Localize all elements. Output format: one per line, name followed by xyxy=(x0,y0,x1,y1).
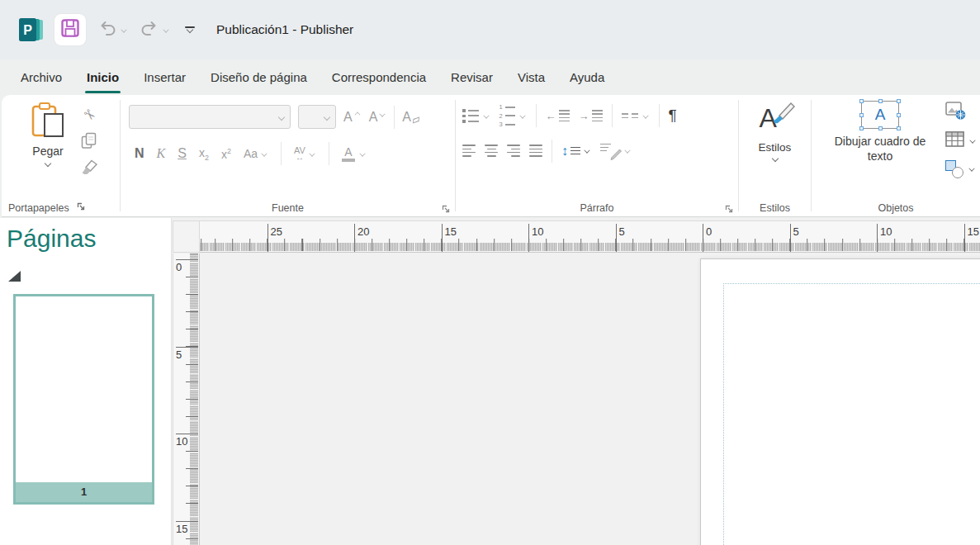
change-case-label: Aa xyxy=(244,147,258,160)
workspace: 252015105051015 051015 xyxy=(172,218,980,545)
grow-font-label: A xyxy=(343,111,353,124)
chevron-down-icon xyxy=(969,138,977,145)
h-ruler-label: 5 xyxy=(616,224,625,252)
italic-button[interactable]: K xyxy=(157,146,166,161)
tab-vista[interactable]: Vista xyxy=(505,59,557,95)
tab-insertar[interactable]: Insertar xyxy=(131,59,198,95)
columns-button[interactable] xyxy=(622,112,650,120)
ribbon-tabs: ArchivoInicioInsertarDiseño de páginaCor… xyxy=(0,59,980,95)
tab-ayuda[interactable]: Ayuda xyxy=(557,59,617,95)
shapes-button[interactable] xyxy=(945,159,977,179)
publisher-logo-icon: P xyxy=(17,15,46,45)
tab-diseño-de-página[interactable]: Diseño de página xyxy=(198,59,320,95)
character-spacing-button[interactable]: AV ↔ xyxy=(294,146,316,162)
thumbnail-page xyxy=(16,296,152,482)
subscript-label: x xyxy=(199,146,205,159)
clipboard-group-footer: Portapapeles xyxy=(8,201,86,214)
ribbon: Pegar ✂ xyxy=(0,95,980,218)
superscript-button[interactable]: x2 xyxy=(221,147,231,161)
customize-quick-access-button[interactable] xyxy=(185,26,195,34)
shrink-font-button[interactable]: A xyxy=(369,111,387,124)
save-button[interactable] xyxy=(54,14,86,45)
table-button[interactable] xyxy=(945,130,977,151)
chevron-down-icon xyxy=(624,148,632,154)
copy-button[interactable] xyxy=(78,131,101,153)
v-ruler-labels: 051015 xyxy=(173,254,199,545)
clear-formatting-button[interactable]: A xyxy=(402,111,419,124)
font-size-select[interactable] xyxy=(298,105,336,129)
redo-button[interactable] xyxy=(140,20,170,40)
font-dialog-launcher[interactable] xyxy=(441,202,451,212)
h-ruler-label: 10 xyxy=(877,224,892,252)
chevron-down-icon xyxy=(771,155,779,163)
chevron-down-icon xyxy=(518,112,526,119)
bullets-icon xyxy=(462,109,479,123)
bold-button[interactable]: N xyxy=(135,146,144,161)
styles-group-label: Estilos xyxy=(739,202,811,214)
columns-icon xyxy=(622,113,638,118)
text-fit-button[interactable] xyxy=(600,143,632,159)
page-thumbnail[interactable]: 1 xyxy=(13,294,154,505)
h-ruler-label: 15 xyxy=(442,224,457,252)
vertical-ruler[interactable]: 051015 xyxy=(173,254,200,545)
paste-button[interactable]: Pegar xyxy=(25,101,71,216)
divider xyxy=(536,104,537,127)
tab-revisar[interactable]: Revisar xyxy=(438,59,505,95)
align-center-button[interactable] xyxy=(485,145,498,156)
chevron-down-icon xyxy=(163,26,170,33)
bullets-button[interactable] xyxy=(462,109,490,123)
undo-icon xyxy=(97,20,117,40)
copy-icon xyxy=(81,132,97,153)
decrease-indent-button[interactable]: ← xyxy=(546,110,570,121)
tab-archivo[interactable]: Archivo xyxy=(8,59,74,95)
chevron-down-icon xyxy=(261,150,268,157)
redo-icon xyxy=(140,20,159,40)
arrow-left-icon: ← xyxy=(546,111,556,121)
undo-button[interactable] xyxy=(97,20,128,40)
publication-page[interactable] xyxy=(700,258,980,545)
align-left-button[interactable] xyxy=(462,145,476,156)
show-paragraph-marks-button[interactable]: ¶ xyxy=(669,107,677,125)
divider xyxy=(329,142,329,165)
grow-font-button[interactable]: A xyxy=(343,111,362,124)
v-ruler-label: 5 xyxy=(176,347,196,361)
align-right-button[interactable] xyxy=(507,145,520,156)
pictures-button[interactable] xyxy=(945,102,977,123)
text-fit-icon xyxy=(600,143,620,159)
margin-guides xyxy=(723,283,980,545)
subscript-button[interactable]: x2 xyxy=(199,146,209,162)
line-spacing-button[interactable]: ↕ xyxy=(561,145,591,158)
tab-correspondencia[interactable]: Correspondencia xyxy=(320,59,438,95)
paragraph-dialog-launcher[interactable] xyxy=(724,202,734,212)
font-name-select[interactable] xyxy=(129,105,291,129)
numbering-button[interactable]: 1 2 3 xyxy=(499,104,527,128)
paste-label: Pegar xyxy=(32,145,63,158)
chevron-down-icon xyxy=(323,114,331,121)
online-pictures-icon xyxy=(945,102,966,124)
chevron-down-icon xyxy=(277,114,286,121)
clipboard-dialog-launcher[interactable] xyxy=(76,201,86,214)
chevron-down-icon xyxy=(186,26,194,34)
ruler-corner xyxy=(173,220,200,253)
eraser-icon xyxy=(413,116,419,123)
font-color-button[interactable]: A xyxy=(342,146,367,162)
superscript-label: x xyxy=(221,147,227,160)
horizontal-ruler[interactable]: 252015105051015 xyxy=(200,220,980,253)
chevron-down-icon xyxy=(121,26,128,33)
styles-label: Estilos xyxy=(759,141,792,154)
collapse-pages-icon[interactable] xyxy=(8,271,21,282)
increase-indent-button[interactable]: → xyxy=(579,110,603,121)
line-spacing-arrow-icon: ↕ xyxy=(561,145,568,158)
text-box-icon: A xyxy=(861,101,899,129)
canvas[interactable] xyxy=(200,254,980,545)
change-case-button[interactable]: Aa xyxy=(244,147,268,160)
cut-button[interactable]: ✂ xyxy=(78,104,101,126)
format-painter-button[interactable] xyxy=(78,159,101,180)
justify-button[interactable] xyxy=(529,145,542,156)
underline-button[interactable]: S xyxy=(178,146,187,161)
tab-inicio[interactable]: Inicio xyxy=(74,59,131,95)
numbering-icon: 1 2 3 xyxy=(499,104,515,128)
shrink-font-label: A xyxy=(369,111,378,124)
styles-button[interactable]: A Estilos xyxy=(756,95,794,216)
draw-text-box-button[interactable]: A Dibujar cuadro de texto xyxy=(826,101,934,216)
